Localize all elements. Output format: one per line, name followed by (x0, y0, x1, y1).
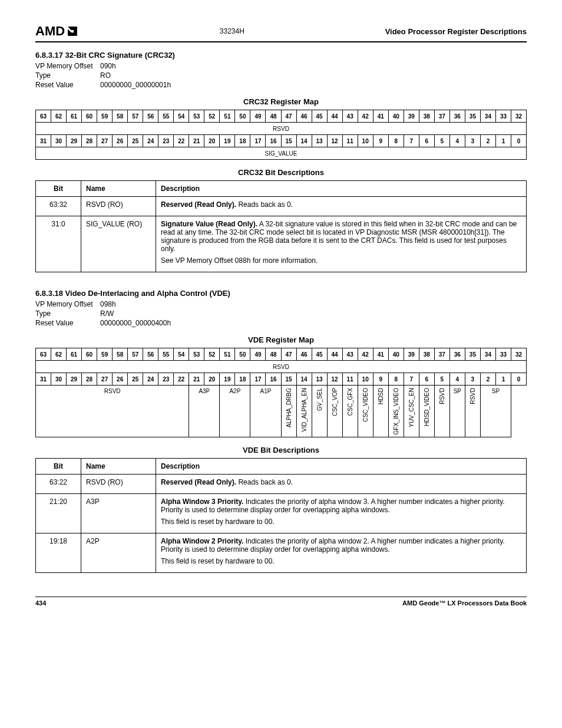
bit-cell: 48 (266, 110, 281, 123)
field-row-low: RSVDA3PA2PA1PALPHA_DRBGVID_ALPHA_ENGV_SE… (36, 386, 527, 437)
bit-cell: 58 (113, 110, 128, 123)
meta-row: Type RO (35, 71, 527, 80)
bit-cell: 34 (480, 110, 495, 123)
field-cell: A3P (189, 386, 220, 437)
bit-cell: 7 (404, 373, 419, 386)
bit-cell: 5 (434, 135, 449, 147)
bit-cell: 2 (480, 373, 495, 386)
doc-id: 33234H (220, 27, 244, 35)
cell-name: RSVD (RO) (81, 475, 156, 494)
bit-cell: 37 (434, 110, 449, 123)
bit-cell: 47 (281, 110, 296, 123)
bit-cell: 22 (174, 135, 189, 147)
meta-row: VP Memory Offset 090h (35, 62, 527, 70)
bit-cell: 43 (342, 110, 358, 123)
bit-cell: 30 (51, 135, 67, 147)
bit-cell: 4 (449, 373, 465, 386)
bit-cell: 29 (67, 373, 82, 386)
cell-desc: Alpha Window 2 Priority. Indicates the p… (156, 533, 527, 573)
page-footer: 434 AMD Geode™ LX Processors Data Book (35, 597, 527, 607)
bit-cell: 4 (449, 135, 465, 147)
field-cell: RSVD (36, 123, 527, 135)
field-cell: HDSD (373, 386, 388, 437)
bit-cell: 55 (158, 348, 174, 361)
bit-cell: 6 (419, 373, 434, 386)
cell-name: RSVD (RO) (81, 197, 156, 216)
bit-cell: 31 (36, 135, 51, 147)
bit-cell: 26 (113, 373, 128, 386)
bit-cell: 23 (158, 373, 174, 386)
page-number: 434 (35, 599, 46, 607)
bit-cell: 41 (373, 110, 388, 123)
bit-cell: 59 (97, 348, 113, 361)
table-row: 19:18A2PAlpha Window 2 Priority. Indicat… (36, 533, 527, 573)
field-cell: GV_SEL (312, 386, 327, 437)
bit-cell: 63 (36, 110, 51, 123)
crc32-desc-caption: CRC32 Bit Descriptions (35, 168, 527, 177)
field-row-high: RSVD (36, 361, 527, 373)
col-bit: Bit (36, 459, 81, 475)
bit-row-low: 3130292827262524232221201918171615141312… (36, 373, 527, 386)
bit-cell: 10 (358, 135, 373, 147)
field-cell: HDSD_VIDEO (419, 386, 434, 437)
bit-cell: 21 (189, 373, 204, 386)
crc32-register-map: 6362616059585756555453525150494847464544… (35, 110, 527, 160)
bit-cell: 15 (281, 373, 296, 386)
field-cell: SP (449, 386, 465, 437)
bit-cell: 50 (235, 110, 250, 123)
bit-cell: 57 (128, 348, 143, 361)
bit-cell: 3 (465, 135, 480, 147)
cell-bit: 31:0 (36, 216, 81, 272)
bit-cell: 60 (82, 110, 97, 123)
bit-cell: 37 (434, 348, 449, 361)
bit-cell: 62 (51, 110, 67, 123)
cell-bit: 21:20 (36, 494, 81, 533)
field-cell: GFX_INS_VIDEO (388, 386, 404, 437)
field-cell: A2P (220, 386, 250, 437)
section-heading-crc32: 6.8.3.17 32-Bit CRC Signature (CRC32) (35, 51, 527, 60)
meta-label: VP Memory Offset (35, 62, 100, 70)
crc32-bit-descriptions: Bit Name Description 63:32RSVD (RO)Reser… (35, 180, 527, 272)
crc32-map-caption: CRC32 Register Map (35, 97, 527, 106)
bit-cell: 56 (143, 348, 158, 361)
field-cell: SIG_VALUE (36, 147, 527, 160)
vde-register-map: 6362616059585756555453525150494847464544… (35, 348, 527, 437)
meta-value: RO (100, 71, 111, 80)
bit-cell: 53 (189, 348, 204, 361)
cell-name: A2P (81, 533, 156, 573)
page-header: AMD 33234H Video Processor Register Desc… (35, 24, 527, 42)
meta-value: 00000000_00000001h (100, 81, 171, 89)
bit-cell: 27 (97, 373, 113, 386)
bit-cell: 12 (327, 373, 342, 386)
bit-cell: 51 (220, 348, 235, 361)
bit-cell: 14 (296, 373, 312, 386)
amd-logo: AMD (35, 24, 79, 39)
bit-cell: 52 (204, 348, 220, 361)
meta-value: 00000000_00000400h (100, 319, 171, 327)
meta-label: Type (35, 71, 100, 80)
col-bit: Bit (36, 181, 81, 197)
bit-cell: 16 (266, 135, 281, 147)
section-title: Video Processor Register Descriptions (385, 27, 527, 36)
bit-cell: 62 (51, 348, 67, 361)
bit-cell: 36 (449, 110, 465, 123)
bit-cell: 47 (281, 348, 296, 361)
bit-row-low: 3130292827262524232221201918171615141312… (36, 135, 527, 147)
bit-cell: 21 (189, 135, 204, 147)
bit-cell: 45 (312, 110, 327, 123)
bit-cell: 19 (220, 373, 235, 386)
bit-cell: 28 (82, 373, 97, 386)
bit-cell: 9 (373, 135, 388, 147)
bit-cell: 13 (312, 135, 327, 147)
bit-cell: 3 (465, 373, 480, 386)
bit-cell: 63 (36, 348, 51, 361)
bit-cell: 12 (327, 135, 342, 147)
col-desc: Description (156, 181, 527, 197)
cell-desc: Reserved (Read Only). Reads back as 0. (156, 197, 527, 216)
field-cell: CSC_GFX (342, 386, 358, 437)
bit-cell: 38 (419, 110, 434, 123)
field-cell: RSVD (36, 386, 189, 437)
meta-label: Reset Value (35, 319, 100, 327)
bit-cell: 35 (465, 110, 480, 123)
bit-cell: 32 (511, 110, 526, 123)
